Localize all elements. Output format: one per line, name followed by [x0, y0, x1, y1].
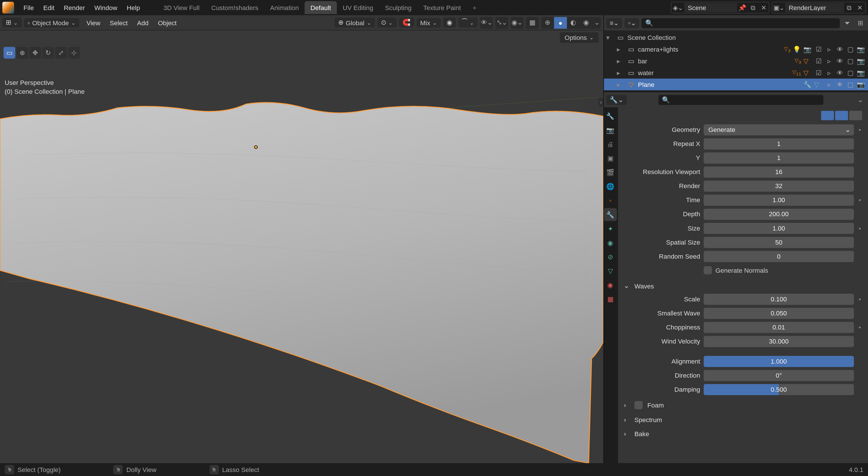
- physics-tab[interactable]: ◉: [604, 236, 617, 249]
- delete-scene-icon[interactable]: ✕: [758, 2, 769, 13]
- damping-slider[interactable]: 0.500: [704, 384, 854, 395]
- outliner-search-input[interactable]: [653, 19, 836, 26]
- scene-selector[interactable]: ◈⌄ 📌 ⧉ ✕: [671, 2, 769, 13]
- pivot-dropdown[interactable]: ⊙⌄: [377, 18, 396, 28]
- mode-select[interactable]: ▫ Object Mode ⌄: [24, 18, 80, 27]
- modifier-render-toggle[interactable]: [835, 111, 848, 120]
- decorator-icon[interactable]: •: [857, 196, 862, 204]
- scene-name-input[interactable]: [684, 3, 737, 12]
- outliner-item[interactable]: ▸▭camera+lights▽3💡📷☑▹👁▢📷: [604, 43, 868, 55]
- properties-search-input[interactable]: [670, 96, 820, 103]
- outliner-display-dropdown[interactable]: ▫⌄: [625, 18, 639, 28]
- outliner-item[interactable]: ▸▽Plane🔧▽▹👁▢📷: [604, 78, 868, 90]
- direction-field[interactable]: 0°: [704, 370, 854, 381]
- viewport-options-button[interactable]: Options⌄: [560, 32, 599, 43]
- object-tab[interactable]: ▫: [604, 194, 617, 207]
- properties-options-button[interactable]: ⌄: [855, 94, 866, 105]
- snap-mode-dropdown[interactable]: Mix⌄: [416, 18, 441, 27]
- viewport-menu-object[interactable]: Object: [153, 16, 181, 28]
- bake-panel-header[interactable]: ›Bake: [624, 427, 862, 441]
- tool-tab[interactable]: 🔧: [604, 109, 617, 123]
- snap-toggle[interactable]: 🧲: [399, 18, 414, 28]
- scene-tab[interactable]: 🎬: [604, 166, 617, 179]
- outliner-scene-collection[interactable]: ▾ ▭ Scene Collection: [604, 32, 868, 43]
- add-workspace-button[interactable]: +: [468, 2, 481, 13]
- prop-value-field[interactable]: 1.00: [704, 223, 854, 234]
- render-tab[interactable]: 📷: [604, 124, 617, 136]
- collapse-arrow-icon[interactable]: ▸: [617, 69, 624, 76]
- prop-value-field[interactable]: 0.01: [704, 321, 854, 333]
- shading-dropdown[interactable]: ⌄: [593, 16, 601, 28]
- workspace-tab[interactable]: Custom!shaders: [206, 1, 265, 14]
- prop-value-field[interactable]: 32: [704, 180, 854, 192]
- prop-value-field[interactable]: 30.000: [704, 336, 854, 347]
- copy-scene-icon[interactable]: ⧉: [748, 2, 758, 13]
- workspace-tab[interactable]: 3D View Full: [158, 1, 206, 14]
- collapse-arrow-icon[interactable]: ▸: [617, 45, 624, 53]
- camera-icon[interactable]: 📷: [856, 80, 866, 88]
- modifier-editmode-toggle[interactable]: [849, 111, 862, 120]
- prop-value-field[interactable]: 0.100: [704, 293, 854, 305]
- prop-value-field[interactable]: 1: [704, 138, 854, 149]
- prop-value-field[interactable]: 1.00: [704, 195, 854, 206]
- overlay-toggle[interactable]: ◉⌄: [510, 16, 524, 28]
- prop-value-field[interactable]: 200.00: [704, 208, 854, 219]
- alignment-slider[interactable]: 1.000: [704, 355, 854, 367]
- prop-value-field[interactable]: 0.050: [704, 307, 854, 318]
- spectrum-panel-header[interactable]: ›Spectrum: [624, 413, 862, 427]
- prop-value-field[interactable]: 16: [704, 166, 854, 177]
- viewport-menu-select[interactable]: Select: [105, 16, 132, 28]
- camera-icon[interactable]: 📷: [856, 45, 866, 53]
- proportional-falloff-dropdown[interactable]: ⁀⌄: [458, 18, 477, 28]
- selectable-icon[interactable]: ▹: [825, 80, 834, 88]
- viewport-menu-add[interactable]: Add: [132, 16, 153, 28]
- foam-panel-header[interactable]: ›Foam: [624, 398, 862, 413]
- workspace-tab[interactable]: Texture Paint: [417, 1, 467, 14]
- outliner-filter-button[interactable]: ⏷: [842, 18, 853, 28]
- viewlayer-selector[interactable]: ▣⌄ ⧉ ✕: [772, 2, 866, 13]
- selectable-icon[interactable]: ▹: [825, 69, 834, 76]
- decorator-icon[interactable]: •: [857, 295, 862, 303]
- waves-panel-header[interactable]: ⌄ Waves: [624, 278, 862, 293]
- generate-normals-checkbox[interactable]: [704, 266, 712, 274]
- material-tab[interactable]: ◉: [604, 278, 617, 291]
- rendered-shading[interactable]: ◉: [580, 16, 593, 28]
- modifier-realtime-toggle[interactable]: [821, 111, 834, 120]
- eye-icon[interactable]: 👁: [835, 57, 845, 65]
- collapse-arrow-icon[interactable]: ▾: [606, 34, 613, 42]
- gizmo-toggle[interactable]: ⤡⌄: [495, 16, 508, 28]
- output-tab[interactable]: 🖨: [604, 138, 617, 150]
- viewlayer-tab[interactable]: ▣: [604, 152, 617, 165]
- properties-editor-dropdown[interactable]: 🔧⌄: [606, 95, 627, 105]
- decorator-icon[interactable]: •: [857, 225, 862, 232]
- selectable-icon[interactable]: ▹: [825, 45, 834, 53]
- checkbox-icon[interactable]: ☑: [814, 57, 824, 65]
- menu-file[interactable]: File: [19, 2, 38, 13]
- menu-help[interactable]: Help: [122, 2, 145, 13]
- particles-tab[interactable]: ✦: [604, 222, 617, 235]
- delete-layer-icon[interactable]: ✕: [855, 2, 865, 13]
- workspace-tab[interactable]: Default: [305, 1, 337, 14]
- proportional-edit-toggle[interactable]: ◉: [443, 18, 456, 28]
- layer-name-input[interactable]: [785, 3, 844, 12]
- blender-logo-icon[interactable]: [2, 2, 14, 13]
- visibility-dropdown[interactable]: 👁⌄: [480, 16, 493, 28]
- menu-render[interactable]: Render: [59, 2, 90, 13]
- copy-layer-icon[interactable]: ⧉: [844, 2, 855, 13]
- orientation-dropdown[interactable]: ⊕Global⌄: [335, 18, 375, 28]
- solid-shading[interactable]: ●: [554, 16, 567, 28]
- prop-value-field[interactable]: 50: [704, 237, 854, 248]
- collapse-arrow-icon[interactable]: ▸: [617, 57, 624, 65]
- texture-tab[interactable]: ▦: [604, 293, 617, 305]
- workspace-tab[interactable]: Animation: [264, 1, 305, 14]
- outliner-editor-dropdown[interactable]: ≡⌄: [606, 18, 622, 28]
- decorator-icon[interactable]: •: [857, 324, 862, 331]
- properties-search[interactable]: 🔍: [658, 95, 824, 105]
- checkbox-icon[interactable]: ☑: [814, 69, 824, 76]
- collapse-arrow-icon[interactable]: ▸: [617, 80, 624, 88]
- screen-icon[interactable]: ▢: [846, 45, 855, 53]
- screen-icon[interactable]: ▢: [846, 80, 855, 88]
- menu-window[interactable]: Window: [90, 2, 122, 13]
- eye-icon[interactable]: 👁: [835, 69, 845, 76]
- camera-icon[interactable]: 📷: [856, 69, 866, 76]
